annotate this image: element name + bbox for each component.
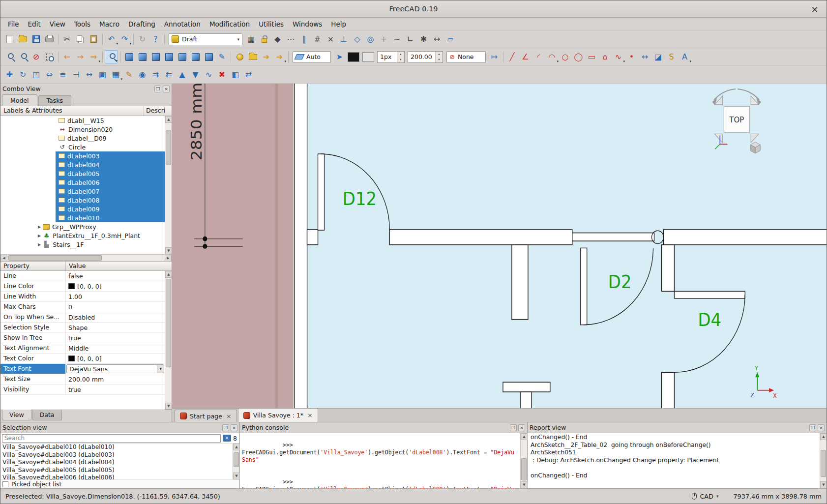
mirror-icon[interactable]: ⇔ [43,68,56,81]
view-front-icon[interactable] [136,50,149,63]
report-view[interactable]: onChanged() - End ArchSketch__2F_Table_0… [528,433,820,488]
property-name[interactable]: Text Font [0,364,66,374]
stepper-down-icon[interactable]: ▾ [397,57,404,62]
snap-parallel-icon[interactable]: ∥ [297,32,311,46]
join-icon[interactable]: ⇉ [149,68,162,81]
snap-center-icon[interactable]: ◎ [364,32,377,46]
draft-arc-icon[interactable]: ◠ ▾ [545,50,559,63]
snap-near-icon[interactable]: ~ [390,32,404,46]
whats-this-icon[interactable]: ? [149,32,162,46]
tab-model[interactable]: Model [2,94,37,106]
property-row[interactable]: Visibility true [0,385,165,395]
scale-icon[interactable]: ◰ [30,68,43,81]
snap-ortho-icon[interactable]: ∟ [404,32,417,46]
tab-villa-savoye[interactable]: Villa Savoye : 1* × [238,408,318,422]
array-icon[interactable]: ▦ ▾ [109,68,122,81]
view-top-icon[interactable] [149,50,162,63]
expander-icon[interactable]: ▶ [38,234,41,238]
tab-data[interactable]: Data [32,410,62,420]
redo-icon[interactable]: ↷ ▾ [118,32,131,46]
snap-working-plane-icon[interactable]: ▱ [443,32,457,46]
menu-modification[interactable]: Modification [205,19,254,30]
draft-ellipse-icon[interactable]: ◯ [572,50,585,63]
draft-to-sketch-icon[interactable]: ⇄ [242,68,255,81]
separator[interactable] [100,50,105,63]
subelement-highlight-icon[interactable]: ◉ [136,68,149,81]
scroll-up-icon[interactable]: ▲ [165,116,172,123]
property-value[interactable]: 200.00 mm [66,374,165,384]
property-row[interactable]: Text Font DejaVu Sans ▾ [0,364,165,374]
draft-fillet-icon[interactable]: ◜ [532,50,545,63]
property-name[interactable]: Text Alignment [0,343,66,353]
door-label-d12[interactable]: D12 [343,188,377,209]
property-row[interactable]: Text Alignment Middle [0,343,165,354]
snap-perpendicular-icon[interactable]: ⊥ [337,32,351,46]
tree-vertical-scrollbar[interactable]: ▲ ▼ [165,116,172,254]
edit-icon[interactable]: ✎ [122,68,136,81]
property-value[interactable]: 0 [66,302,165,312]
clone-icon[interactable]: ▣ [96,68,109,81]
fit-all-icon[interactable]: ▾ [105,50,118,63]
picked-object-list-checkbox[interactable] [2,481,8,487]
selection-vertical-scrollbar[interactable]: ▲ ▼ [233,444,239,479]
separator[interactable] [286,50,291,63]
snap-special-icon[interactable]: ✱ [417,32,430,46]
property-value[interactable]: Middle [66,343,165,353]
dock-close-button[interactable]: × [818,424,825,431]
draft-line-icon[interactable]: ╱ [505,50,519,63]
menu-help[interactable]: Help [326,19,351,30]
remove-point-icon[interactable]: ✖ [215,68,229,81]
tree-horizontal-scrollbar[interactable]: ◀ ▶ [0,254,172,261]
menu-view[interactable]: View [45,19,70,30]
working-plane-selector[interactable]: Auto [293,51,331,63]
property-value[interactable]: false [66,271,165,281]
toggle-grid-icon[interactable]: ▦ [244,32,258,46]
property-value[interactable]: true [66,385,165,394]
downgrade-icon[interactable]: ▼ [189,68,202,81]
dock-close-button[interactable]: × [231,424,237,431]
property-value[interactable]: [0, 0, 0] [66,281,165,291]
selection-list-item[interactable]: Villa_Savoye#dLabel004 (dLabel004) [0,459,233,467]
split-icon[interactable]: ⇇ [162,68,176,81]
draft-polygon-icon[interactable]: ⌂ [598,50,612,63]
property-row[interactable]: Text Size 200.00 mm [0,374,165,385]
property-value[interactable]: DejaVu Sans ▾ [66,364,164,373]
tab-view[interactable]: View [2,410,31,420]
scroll-up-icon[interactable]: ▲ [521,433,528,440]
layer-manager-icon[interactable] [246,50,260,63]
property-name[interactable]: Max Chars [0,302,66,312]
snap-dimensions-icon[interactable]: ↔ [430,32,443,46]
tree-item[interactable]: dLabl__W15 [0,116,165,125]
rotate-icon[interactable]: ↻ [16,68,30,81]
tree-item[interactable]: dLabel010 [0,213,165,222]
tree-item[interactable]: dLabel003 [0,151,165,160]
selection-list-item[interactable]: Villa_Savoye#dLabel006 (dLabel006) [0,474,233,479]
tree-item[interactable]: ↔ Dimension020 [0,125,165,134]
open-document-icon[interactable] [16,32,30,46]
separator[interactable] [100,32,105,46]
property-row[interactable]: Line Width 1.00 [0,292,165,302]
snap-midpoint-icon[interactable]: ⋯ [284,32,297,46]
draft-point-icon[interactable]: • [625,50,638,63]
spinbox-steppers[interactable]: ▴ ▾ [435,52,443,62]
dock-float-button[interactable]: ❐ [154,86,161,92]
property-value[interactable]: Shape [66,323,165,332]
draft-rectangle-icon[interactable]: ▭ [585,50,598,63]
property-name[interactable]: Line Width [0,292,66,301]
menu-utilities[interactable]: Utilities [254,19,288,30]
python-vertical-scrollbar[interactable]: ▲ ▼ [520,433,527,488]
property-table-header[interactable]: Property Value [0,261,172,271]
window-close-button[interactable]: × [809,4,821,14]
property-row[interactable]: Line Color [0, 0, 0] [0,281,165,292]
trimex-icon[interactable]: ⊣ [69,68,83,81]
draft-text-icon[interactable]: A ▾ [678,50,691,63]
separator[interactable] [501,50,505,63]
tree-item[interactable]: dLabel008 [0,196,165,205]
property-column[interactable]: Property [0,262,66,270]
tree-item[interactable]: dLabel__D09 [0,134,165,143]
spinbox-steppers[interactable]: ▴ ▾ [397,52,404,62]
apply-style-icon[interactable]: ↦ [488,50,501,63]
tree-header[interactable]: Labels & Attributes Descri [0,106,172,116]
tree-item[interactable]: dLabel007 [0,187,165,196]
snap-extension-icon[interactable]: + [377,32,390,46]
